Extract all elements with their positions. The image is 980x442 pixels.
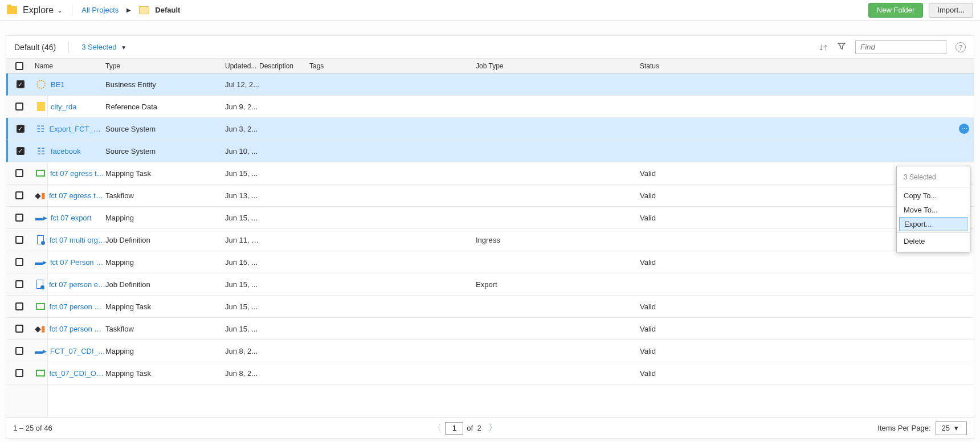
table-row[interactable]: ✓☷facebookSource SystemJun 10, ...⋯	[6, 140, 974, 162]
row-type: Job Definition	[105, 280, 225, 289]
row-checkbox[interactable]	[15, 280, 23, 288]
context-export[interactable]: Export...	[899, 217, 967, 231]
row-checkbox[interactable]	[15, 169, 23, 177]
row-checkbox[interactable]: ✓	[17, 147, 24, 155]
row-updated: Jun 11, 2...	[225, 236, 259, 244]
row-jobtype: Ingress	[476, 236, 640, 244]
project-icon	[139, 6, 149, 14]
row-name-link[interactable]: fct_07_CDI_Org_...	[49, 369, 105, 378]
col-updated[interactable]: Updated...	[225, 62, 259, 70]
table-row[interactable]: fct 07 person exp...Mapping TaskJun 15, …	[6, 296, 974, 318]
col-description[interactable]: Description	[259, 62, 309, 70]
col-jobtype[interactable]: Job Type	[476, 62, 640, 70]
table-row[interactable]: ▬▸FCT_07_CDI_Or...MappingJun 8, 2...Vali…	[6, 340, 974, 362]
col-name[interactable]: Name	[32, 62, 105, 70]
row-name-link[interactable]: fct 07 Person Export	[50, 258, 105, 267]
context-menu: 3 Selected Copy To... Move To... Export.…	[896, 166, 970, 252]
row-status: Valid	[640, 191, 754, 200]
row-name-link[interactable]: fct 07 egress taskfl...	[49, 191, 105, 200]
col-status[interactable]: Status	[640, 62, 754, 70]
new-folder-button[interactable]: New Folder	[868, 3, 923, 18]
row-name-link[interactable]: fct 07 person export	[49, 280, 105, 289]
context-menu-title: 3 Selected	[897, 170, 970, 186]
row-updated: Jun 15, ...	[225, 214, 259, 222]
table-row[interactable]: ◆▮fct 07 person exp...TaskflowJun 15, ..…	[6, 318, 974, 340]
row-name-link[interactable]: fct 07 multi org in...	[50, 236, 105, 244]
row-type: Mapping Task	[105, 169, 225, 178]
row-name-link[interactable]: BE1	[51, 80, 65, 89]
row-name-link[interactable]: fct 07 person exp...	[50, 325, 105, 333]
col-tags[interactable]: Tags	[309, 62, 476, 70]
table-row[interactable]: ▬▸fct 07 exportMappingJun 15, ...Valid⋯	[6, 207, 974, 229]
row-name-link[interactable]: fct 07 egress task	[50, 169, 105, 178]
row-type: Mapping Task	[105, 369, 225, 378]
table-row[interactable]: ✓☷Export_FCT_SurceSource SystemJun 3, 2.…	[6, 118, 974, 140]
sort-icon[interactable]: ↓↑	[819, 42, 828, 52]
row-name-link[interactable]: fct 07 export	[51, 214, 92, 222]
items-per-page-select[interactable]: 25▾	[936, 421, 967, 435]
prev-page-button[interactable]: 〈	[432, 422, 442, 434]
separator	[68, 42, 69, 53]
help-icon[interactable]: ?	[956, 42, 966, 52]
table-row[interactable]: fct 07 multi org in...Job DefinitionJun …	[6, 229, 974, 251]
row-name-link[interactable]: FCT_07_CDI_Or...	[50, 347, 105, 355]
table-footer: 1 – 25 of 46 〈 of 2 〉 Items Per Page: 25…	[6, 418, 974, 438]
sub-header: Default (46) 3 Selected ▼ ↓↑ ?	[6, 36, 974, 59]
row-checkbox[interactable]	[15, 325, 23, 333]
row-name-link[interactable]: Export_FCT_Surce	[49, 125, 105, 133]
row-type: Mapping	[105, 347, 225, 355]
row-type: Reference Data	[105, 103, 225, 111]
find-input[interactable]	[855, 40, 946, 54]
row-type: Taskflow	[105, 191, 225, 200]
row-updated: Jun 13, ...	[225, 191, 259, 200]
row-checkbox[interactable]	[15, 236, 23, 244]
row-checkbox[interactable]: ✓	[17, 80, 24, 88]
row-name-link[interactable]: facebook	[51, 147, 81, 155]
row-status: Valid	[640, 258, 754, 267]
context-delete[interactable]: Delete	[897, 234, 970, 248]
row-updated: Jun 15, ...	[225, 325, 259, 333]
col-type[interactable]: Type	[105, 62, 225, 70]
row-checkbox[interactable]: ✓	[17, 125, 24, 133]
row-checkbox[interactable]	[15, 103, 23, 110]
breadcrumb-all-projects[interactable]: All Projects	[81, 6, 119, 14]
row-type: Mapping Task	[105, 302, 225, 311]
row-status: Valid	[640, 214, 754, 222]
row-checkbox[interactable]	[15, 191, 23, 199]
row-updated: Jun 9, 2...	[225, 103, 259, 111]
table-row[interactable]: fct 07 person exportJob DefinitionJun 15…	[6, 273, 974, 296]
table-row[interactable]: ◆▮fct 07 egress taskfl...TaskflowJun 13,…	[6, 185, 974, 207]
chevron-down-icon: ▾	[954, 424, 958, 432]
separator	[72, 5, 72, 16]
row-checkbox[interactable]	[15, 369, 23, 377]
table-header: Name Type Updated... Description Tags Jo…	[6, 59, 974, 73]
select-all-checkbox[interactable]	[15, 62, 23, 70]
row-checkbox[interactable]	[15, 214, 23, 222]
table-row[interactable]: ✓BE1Business EntityJul 12, 2...⋯	[6, 73, 974, 96]
folder-count: Default (46)	[14, 43, 56, 52]
table-row[interactable]: fct 07 egress taskMapping TaskJun 15, ..…	[6, 162, 974, 185]
filter-icon[interactable]	[837, 42, 846, 53]
row-name-link[interactable]: fct 07 person exp...	[50, 302, 105, 311]
row-type: Taskflow	[105, 325, 225, 333]
explore-dropdown[interactable]: Explore ⌄	[23, 5, 63, 15]
table-row[interactable]: city_rdaReference DataJun 9, 2...⋯	[6, 96, 974, 118]
row-actions-icon[interactable]: ⋯	[959, 124, 969, 134]
table-row[interactable]: fct_07_CDI_Org_...Mapping TaskJun 8, 2..…	[6, 362, 974, 384]
context-copy[interactable]: Copy To...	[897, 189, 970, 203]
table-row[interactable]: ▬▸fct 07 Person ExportMappingJun 15, ...…	[6, 251, 974, 273]
row-type: Source System	[105, 147, 225, 155]
import-button[interactable]: Import...	[929, 3, 973, 18]
row-name-link[interactable]: city_rda	[51, 103, 77, 111]
page-range: 1 – 25 of 46	[13, 424, 52, 432]
breadcrumb-current: Default	[155, 6, 180, 14]
selected-dropdown[interactable]: 3 Selected ▼	[81, 43, 129, 51]
row-updated: Jun 3, 2...	[225, 125, 259, 133]
context-move[interactable]: Move To...	[897, 203, 970, 217]
next-page-button[interactable]: 〉	[488, 422, 497, 434]
chevron-down-icon: ▼	[121, 44, 126, 51]
row-checkbox[interactable]	[15, 302, 23, 310]
row-checkbox[interactable]	[15, 347, 23, 355]
page-input[interactable]	[445, 422, 463, 435]
row-checkbox[interactable]	[15, 258, 23, 266]
